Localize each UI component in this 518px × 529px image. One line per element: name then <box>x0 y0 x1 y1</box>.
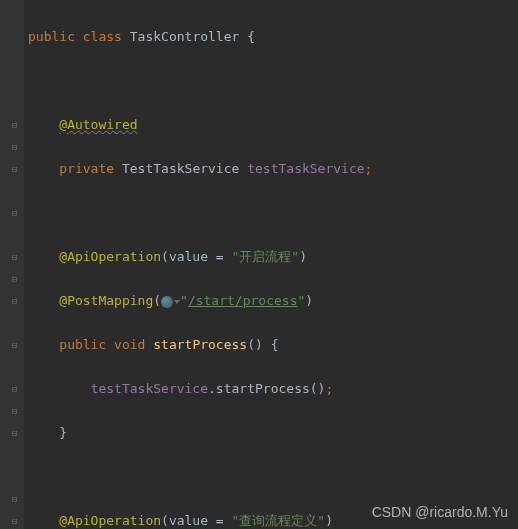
fold-icon[interactable]: ⊟ <box>12 209 21 218</box>
fold-icon[interactable]: ⊟ <box>12 165 21 174</box>
autowired-annotation: @Autowired <box>59 117 137 132</box>
fold-icon[interactable]: ⊟ <box>12 143 21 152</box>
fold-icon[interactable]: ⊟ <box>12 297 21 306</box>
code-area[interactable]: public class TaskController { @Autowired… <box>24 0 518 529</box>
fold-icon[interactable]: ⊟ <box>12 495 21 504</box>
fold-icon[interactable]: ⊟ <box>12 407 21 416</box>
fold-icon[interactable]: ⊟ <box>12 341 21 350</box>
fold-icon[interactable]: ⊟ <box>12 121 21 130</box>
code-editor: ⊟ ⊟ ⊟ ⊟ ⊟ ⊟ ⊟ ⊟ ⊟ ⊟ ⊟ ⊟ ⊟ public class T… <box>0 0 518 529</box>
fold-icon[interactable]: ⊟ <box>12 385 21 394</box>
fold-icon[interactable]: ⊟ <box>12 253 21 262</box>
globe-icon <box>161 296 173 308</box>
watermark: CSDN @ricardo.M.Yu <box>372 501 508 523</box>
gutter: ⊟ ⊟ ⊟ ⊟ ⊟ ⊟ ⊟ ⊟ ⊟ ⊟ ⊟ ⊟ ⊟ <box>0 0 24 529</box>
code-line: public class TaskController { <box>28 26 518 48</box>
url-icon[interactable] <box>161 296 180 308</box>
fold-icon[interactable]: ⊟ <box>12 429 21 438</box>
fold-icon[interactable]: ⊟ <box>12 275 21 284</box>
fold-icon[interactable]: ⊟ <box>12 517 21 526</box>
